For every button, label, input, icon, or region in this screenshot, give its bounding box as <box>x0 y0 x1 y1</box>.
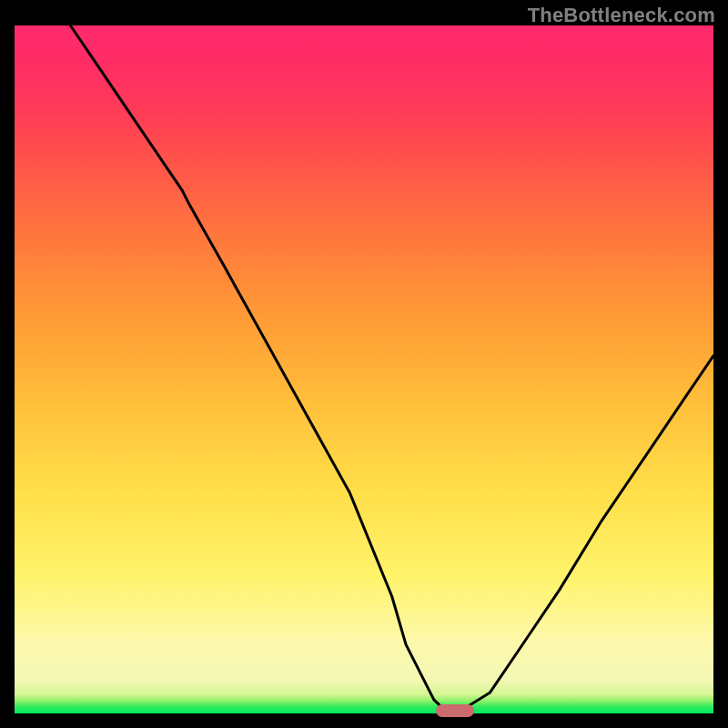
chart-frame: TheBottleneck.com <box>0 0 728 728</box>
gradient-plot-area <box>15 25 713 713</box>
bottleneck-curve <box>15 25 713 713</box>
optimal-point-marker <box>436 704 474 717</box>
watermark-text: TheBottleneck.com <box>528 4 715 27</box>
